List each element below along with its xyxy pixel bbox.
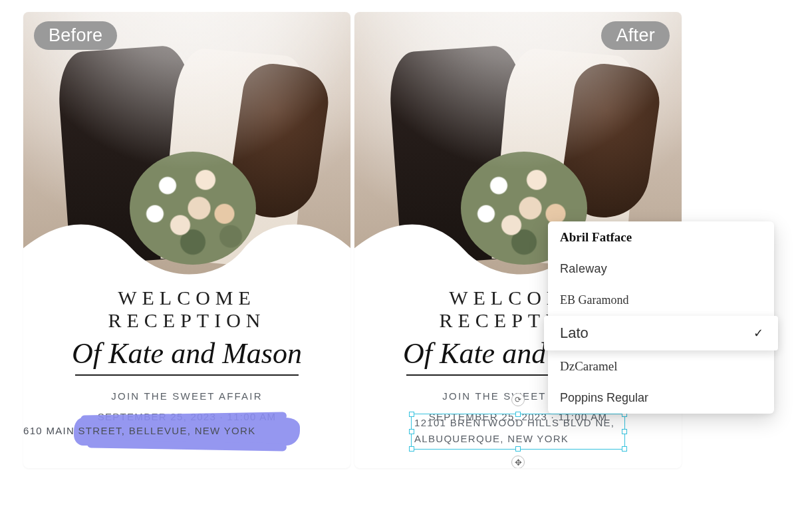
address-after-line-1: 12101 BRENTWOOD HILLS BLVD NE,	[414, 415, 622, 431]
address-before: 610 MAIN STREET, BELLEVUE, NEW YORK	[23, 423, 350, 439]
font-option-label: DzCaramel	[560, 359, 618, 374]
couple-names: Of Kate and Mason	[43, 336, 331, 370]
after-badge: After	[601, 21, 670, 50]
resize-handle-bl[interactable]	[409, 446, 414, 452]
address-after-line-2: ALBUQUERQUE, NEW YORK	[414, 431, 622, 447]
subhead: JOIN THE SWEET AFFAIR	[43, 390, 331, 402]
font-picker-menu[interactable]: Abril FatfaceRalewayEB GaramondLato✓DzCa…	[548, 221, 774, 414]
font-option-abril-fatface[interactable]: Abril Fatface	[548, 221, 774, 253]
font-option-label: Poppins Regular	[560, 391, 648, 405]
font-option-dzcaramel[interactable]: DzCaramel	[548, 350, 774, 382]
resize-handle-br[interactable]	[622, 446, 627, 452]
welcome-line-1: WELCOME	[43, 287, 331, 309]
resize-handle-bc[interactable]	[515, 446, 521, 452]
before-badge: Before	[34, 21, 117, 50]
rotate-handle[interactable]: ⟳	[511, 393, 525, 406]
font-option-poppins-regular[interactable]: Poppins Regular	[548, 382, 774, 414]
font-option-label: Lato	[560, 325, 589, 342]
check-icon: ✓	[753, 326, 763, 340]
welcome-line-2: RECEPTION	[43, 309, 331, 332]
font-option-eb-garamond[interactable]: EB Garamond	[548, 285, 774, 316]
font-option-label: Raleway	[560, 262, 607, 276]
invite-text-block: WELCOME RECEPTION Of Kate and Mason JOIN…	[23, 275, 350, 432]
divider	[75, 374, 299, 376]
address-after[interactable]: 12101 BRENTWOOD HILLS BLVD NE, ALBUQUERQ…	[354, 415, 682, 447]
move-handle[interactable]: ✥	[511, 456, 525, 468]
font-option-raleway[interactable]: Raleway	[548, 253, 774, 285]
font-option-label: Abril Fatface	[560, 230, 632, 245]
font-option-lato[interactable]: Lato✓	[544, 316, 778, 350]
before-card: Before WELCOME RECEPTION Of Kate and Mas…	[23, 12, 350, 468]
font-option-label: EB Garamond	[560, 293, 628, 307]
wedding-photo	[23, 12, 350, 275]
